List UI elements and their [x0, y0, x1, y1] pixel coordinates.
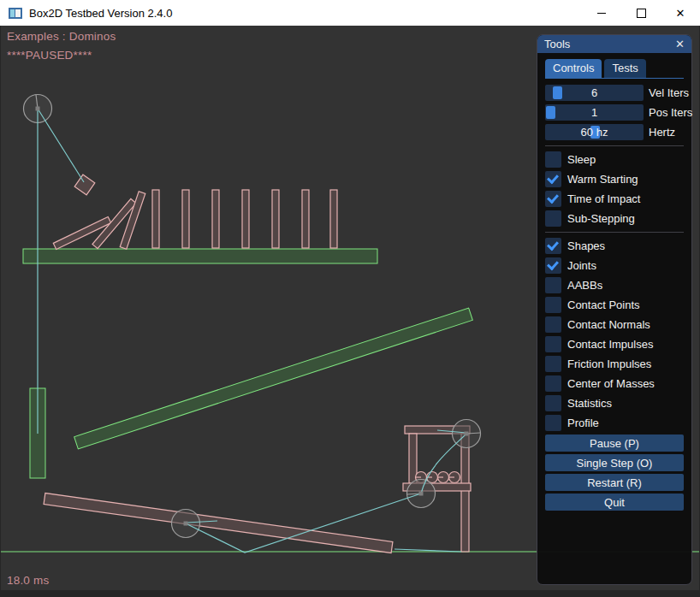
checkbox-shapes[interactable]: [545, 238, 561, 254]
slider-row-hertz: 60 hz Hertz: [545, 124, 684, 140]
checkbox-row-joints: Joints: [545, 257, 684, 274]
checkbox-label: Statistics: [567, 397, 612, 410]
minimize-icon: [597, 13, 606, 14]
vel-iters-label: Vel Iters: [649, 86, 689, 99]
restart-button[interactable]: Restart (R): [545, 474, 684, 491]
app-icon: [9, 8, 22, 19]
checkbox-row-shapes: Shapes: [545, 238, 684, 254]
maximize-button[interactable]: [621, 0, 661, 26]
checkbox-contact-impulses[interactable]: [545, 336, 561, 352]
checkbox-contact-normals[interactable]: [545, 316, 561, 333]
slider-row-vel-iters: 6 Vel Iters: [545, 85, 684, 101]
tools-panel: Tools ✕ Controls Tests 6 Vel Iters 1 Pos…: [537, 34, 692, 585]
hertz-value: 60 hz: [545, 124, 644, 140]
slider-row-pos-iters: 1 Pos Iters: [545, 104, 684, 121]
checkbox-row-aabbs: AABBs: [545, 277, 684, 293]
checkbox-row-contact-points: Contact Points: [545, 297, 684, 313]
checkbox-row-statistics: Statistics: [545, 395, 684, 411]
tools-panel-header[interactable]: Tools ✕: [537, 35, 691, 53]
paused-label: ****PAUSED****: [7, 49, 92, 62]
checkbox-row-center-of-masses: Center of Masses: [545, 375, 684, 392]
dynamic-bodies[interactable]: [44, 174, 471, 553]
separator: [545, 145, 684, 146]
tab-tests[interactable]: Tests: [604, 59, 645, 78]
checkbox-profile[interactable]: [545, 415, 561, 431]
checkbox-sub-stepping[interactable]: [545, 210, 561, 227]
vel-iters-slider[interactable]: 6: [545, 85, 644, 101]
checkbox-sleep[interactable]: [545, 151, 561, 168]
checkbox-label: Time of Impact: [567, 192, 640, 205]
separator: [545, 232, 684, 233]
checkbox-label: Center of Masses: [567, 377, 655, 390]
checkbox-aabbs[interactable]: [545, 277, 561, 293]
box2d-testbed-window: { "window": { "title": "Box2D Testbed Ve…: [0, 0, 700, 597]
joint-anchors: [36, 107, 469, 526]
rope-pendulum-to-box: [38, 109, 84, 182]
checkbox-label: Warm Starting: [567, 173, 638, 186]
minimize-button[interactable]: [582, 0, 621, 26]
upright-domino: [152, 190, 159, 248]
tab-bar: Controls Tests: [545, 59, 684, 79]
checkbox-row-warm-starting: Warm Starting: [545, 171, 684, 187]
frame-right-leg: [461, 434, 469, 552]
checkbox-label: Sleep: [567, 153, 596, 166]
hanging-box: [74, 174, 95, 195]
static-platform: [23, 249, 377, 263]
checkbox-label: AABBs: [567, 279, 602, 292]
pos-iters-label: Pos Iters: [649, 106, 692, 119]
example-label: Examples : Dominos: [7, 30, 116, 43]
checkbox-row-sub-stepping: Sub-Stepping: [545, 210, 684, 227]
checkbox-row-time-of-impact: Time of Impact: [545, 191, 684, 207]
tools-panel-title: Tools: [544, 38, 675, 50]
hertz-slider[interactable]: 60 hz: [545, 124, 644, 140]
checkbox-center-of-masses[interactable]: [545, 375, 561, 392]
upright-domino: [212, 190, 219, 248]
checkbox-label: Sub-Stepping: [567, 212, 635, 225]
checkbox-time-of-impact[interactable]: [545, 191, 561, 207]
frame-time-label: 18.0 ms: [7, 574, 49, 587]
single-step-button[interactable]: Single Step (O): [545, 454, 684, 471]
pause-button[interactable]: Pause (P): [545, 434, 684, 452]
upright-domino: [330, 190, 337, 248]
checkbox-label: Contact Points: [567, 298, 640, 311]
quit-button[interactable]: Quit: [545, 494, 684, 511]
checkbox-row-contact-impulses: Contact Impulses: [545, 336, 684, 352]
seesaw-plank: [44, 494, 393, 553]
maximize-icon: [637, 9, 646, 18]
window-controls: ✕: [582, 0, 700, 26]
upright-domino: [302, 190, 309, 248]
close-button[interactable]: ✕: [661, 0, 700, 26]
upright-domino: [242, 190, 249, 248]
checkbox-label: Shapes: [567, 239, 605, 252]
window-title: Box2D Testbed Version 2.4.0: [29, 7, 172, 20]
upright-domino: [182, 190, 189, 248]
checkbox-contact-points[interactable]: [545, 297, 561, 313]
checkbox-label: Joints: [567, 259, 596, 272]
close-icon: ✕: [676, 8, 685, 19]
checkbox-warm-starting[interactable]: [545, 171, 561, 187]
hertz-label: Hertz: [649, 126, 675, 139]
checkbox-label: Contact Normals: [567, 318, 650, 331]
tab-controls[interactable]: Controls: [545, 59, 602, 78]
checkbox-label: Contact Impulses: [567, 338, 653, 351]
checkbox-row-profile: Profile: [545, 415, 684, 431]
panel-close-icon[interactable]: ✕: [675, 38, 685, 50]
checkbox-row-friction-impulses: Friction Impulses: [545, 356, 684, 372]
checkbox-row-sleep: Sleep: [545, 151, 684, 168]
checkbox-row-contact-normals: Contact Normals: [545, 316, 684, 333]
checkbox-friction-impulses[interactable]: [545, 356, 561, 372]
checkbox-label: Profile: [567, 417, 599, 429]
pos-iters-value: 1: [545, 104, 644, 121]
upright-domino: [272, 190, 279, 248]
checkbox-statistics[interactable]: [545, 395, 561, 411]
vel-iters-value: 6: [545, 85, 644, 101]
checkbox-label: Friction Impulses: [567, 358, 651, 370]
pos-iters-slider[interactable]: 1: [545, 104, 644, 121]
window-titlebar: Box2D Testbed Version 2.4.0 ✕: [0, 0, 700, 26]
checkbox-joints[interactable]: [545, 257, 561, 274]
